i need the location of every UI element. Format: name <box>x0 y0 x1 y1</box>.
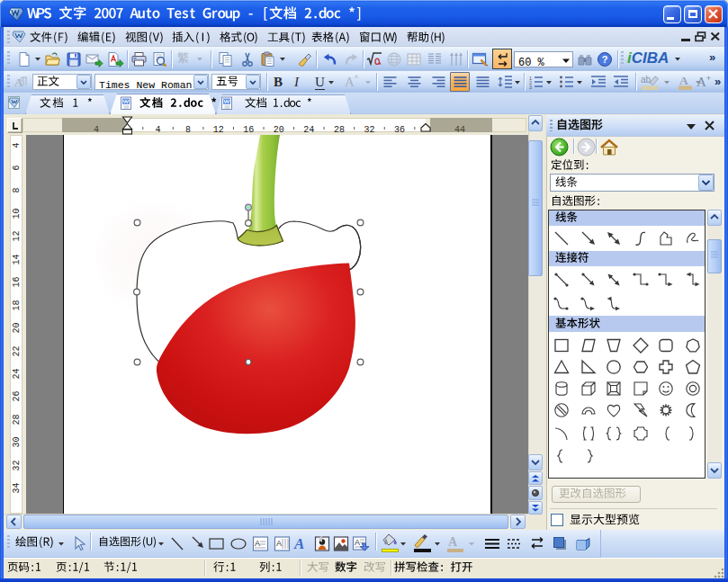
svg-text:?: ? <box>602 54 608 65</box>
svg-text:A: A <box>679 74 688 87</box>
svg-text:A: A <box>276 539 282 548</box>
svg-text:A: A <box>293 535 304 552</box>
svg-text:A: A <box>355 538 360 547</box>
svg-text:A: A <box>255 539 260 548</box>
svg-text:3: 3 <box>529 85 532 89</box>
